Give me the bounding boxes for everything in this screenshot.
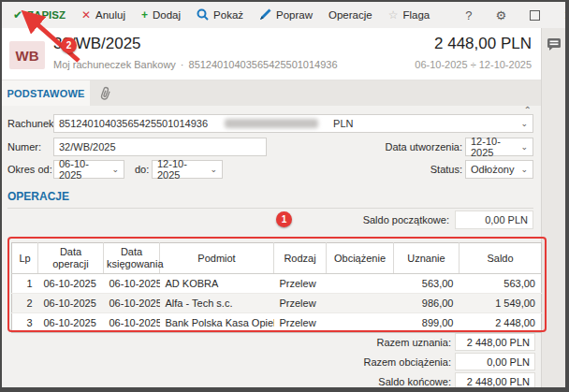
maximize-button[interactable] [526, 10, 544, 21]
opening-balance-field[interactable]: 0,00 PLN [455, 211, 533, 229]
notes-button[interactable] [547, 37, 562, 55]
magnifier-icon [197, 8, 209, 22]
opening-balance-value: 0,00 PLN [485, 214, 528, 225]
show-button-label: Pokaż [213, 9, 243, 21]
table-row[interactable]: 3 06-10-2025 06-10-2025 Bank Polska Kasa… [12, 313, 542, 333]
cell-rodzaj: Przelew [274, 313, 327, 333]
table-row[interactable]: 2 06-10-2025 06-10-2025 Alfa - Tech s.c.… [12, 294, 542, 313]
total-credits-label: Razem uznania: [377, 337, 452, 348]
operations-menu-label: Operacje [328, 9, 372, 21]
period-to-value: 12-10-2025 [157, 158, 206, 181]
tab-podstawowe[interactable]: PODSTAWOWE [2, 80, 90, 106]
col-obciazenie[interactable]: Obciążenie [327, 243, 394, 274]
closing-balance-label: Saldo końcowe: [378, 376, 451, 387]
col-rodzaj[interactable]: Rodzaj [274, 243, 327, 274]
account-field-label: Rachunek: [7, 118, 57, 129]
add-button[interactable]: + Dodaj [141, 9, 181, 21]
chevron-down-icon: ⌄ [517, 143, 528, 152]
col-lp[interactable]: Lp [12, 243, 38, 274]
cell-saldo: 2 448,00 [460, 313, 542, 333]
cell-data-ksiegowania: 06-10-2025 [104, 313, 160, 333]
cell-podmiot: Bank Polska Kasa Opieki... [160, 313, 274, 333]
brush-icon [259, 8, 271, 22]
save-button[interactable]: ✔ ZAPISZ [13, 9, 66, 21]
period-from-label: Okres od: [7, 164, 52, 175]
total-credits-value: 2 448,00 PLN [467, 337, 530, 348]
help-button[interactable]: ? [461, 8, 475, 22]
number-input-value: 32/WB/2025 [59, 141, 116, 152]
document-title: 32/WB/2025 [53, 35, 141, 53]
operations-table: Lp Data operacji Data księgowania Podmio… [11, 242, 542, 333]
side-panel-strip [541, 28, 565, 387]
dot-separator: · [181, 59, 184, 70]
document-amount: 2 448,00 PLN [434, 35, 532, 53]
table-header-row: Lp Data operacji Data księgowania Podmio… [12, 243, 542, 274]
cell-data-operacji: 06-10-2025 [38, 274, 104, 294]
period-to-select[interactable]: 12-10-2025 ⌄ [152, 160, 223, 179]
cell-saldo: 563,00 [460, 274, 542, 294]
chevron-down-icon: ⌄ [108, 166, 119, 174]
show-button[interactable]: Pokaż [197, 8, 243, 22]
document-type-badge: WB [9, 41, 45, 69]
status-label: Status: [430, 164, 462, 175]
flag-button[interactable]: ☆ Flaga [388, 9, 430, 21]
document-period: 06-10-2025 ÷ 12-10-2025 [415, 59, 532, 70]
cancel-button-label: Anuluj [95, 9, 125, 21]
col-podmiot[interactable]: Podmiot [160, 243, 274, 274]
tab-attachments[interactable] [90, 80, 122, 106]
account-currency: PLN [333, 118, 353, 129]
created-date-value: 12-10-2025 [471, 136, 517, 158]
operations-menu-button[interactable]: Operacje [328, 9, 372, 21]
maximize-icon [530, 10, 540, 21]
toolbar: ✔ ZAPISZ ✕ Anuluj + Dodaj Pokaż Popraw O… [2, 2, 565, 29]
redacted-account-name [225, 119, 318, 128]
col-uznanie[interactable]: Uznanie [394, 243, 460, 274]
section-divider [7, 208, 533, 209]
account-select[interactable]: 85124010403565425501014936 PLN ⌄ [53, 114, 533, 133]
chevron-down-icon: ⌄ [517, 120, 528, 128]
cell-rodzaj: Przelew [274, 274, 327, 294]
edit-button-label: Popraw [276, 9, 313, 21]
account-select-number: 85124010403565425501014936 [59, 118, 208, 129]
close-icon: ✕ [563, 8, 569, 22]
number-input[interactable]: 32/WB/2025 [53, 138, 267, 156]
star-icon: ☆ [388, 9, 399, 21]
cancel-button[interactable]: ✕ Anuluj [81, 9, 125, 21]
total-credits-field: 2 448,00 PLN [455, 333, 535, 351]
cell-data-operacji: 06-10-2025 [38, 294, 104, 313]
opening-balance-label: Saldo początkowe: [363, 214, 449, 225]
cell-data-ksiegowania: 06-10-2025 [104, 294, 160, 313]
period-from-value: 06-10-2025 [59, 158, 108, 181]
comment-icon [547, 37, 562, 51]
col-data-ksiegowania[interactable]: Data księgowania [104, 243, 160, 274]
period-from-select[interactable]: 06-10-2025 ⌄ [53, 160, 124, 179]
operations-section-title: OPERACJE [7, 190, 69, 203]
check-icon: ✔ [13, 9, 22, 21]
status-select[interactable]: Odłożony ⌄ [465, 160, 533, 179]
total-debits-label: Razem obciążenia: [363, 356, 451, 368]
total-debits-field: 0,00 PLN [455, 353, 535, 370]
number-field-label: Numer: [7, 141, 41, 152]
settings-button[interactable]: ⚙ [491, 8, 510, 22]
close-button[interactable]: ✕ [560, 8, 569, 22]
cell-uznanie: 899,00 [394, 313, 460, 333]
table-row[interactable]: 1 06-10-2025 06-10-2025 AD KOBRA Przelew… [12, 274, 542, 294]
cell-lp: 1 [12, 274, 38, 294]
form-area: ⌃ Rachunek: 85124010403565425501014936 P… [2, 106, 541, 387]
period-to-label: do: [135, 164, 149, 175]
help-icon: ? [465, 8, 472, 22]
account-number: 85124010403565425501014936 [189, 59, 338, 70]
cell-podmiot: Alfa - Tech s.c. [160, 294, 274, 313]
account-name: Moj rachuneczek Bankowy [53, 59, 176, 70]
cell-uznanie: 986,00 [394, 294, 460, 313]
edit-button[interactable]: Popraw [259, 8, 313, 22]
status-value: Odłożony [471, 164, 514, 175]
col-data-operacji[interactable]: Data operacji [38, 243, 104, 274]
cell-podmiot: AD KOBRA [160, 274, 274, 294]
cell-lp: 3 [12, 313, 38, 333]
tab-strip: PODSTAWOWE [2, 80, 541, 106]
created-date-select[interactable]: 12-10-2025 ⌄ [465, 138, 533, 156]
cell-obciazenie [327, 313, 394, 333]
paperclip-icon [97, 84, 115, 103]
col-saldo[interactable]: Saldo [460, 243, 542, 274]
